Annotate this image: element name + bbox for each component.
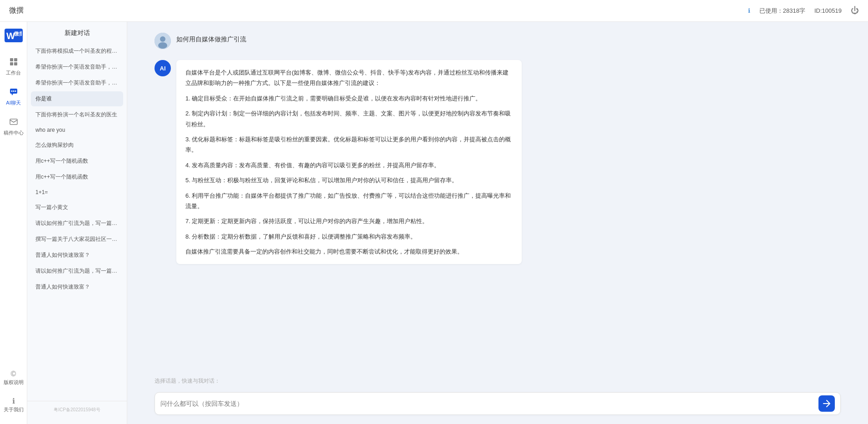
power-button[interactable]: ⏻ xyxy=(851,6,859,15)
about-icon: ℹ xyxy=(12,397,15,405)
sidebar-item-about[interactable]: ℹ 关于我们 xyxy=(0,393,27,417)
history-item[interactable]: 请以如何推广引流为题，写一篇大纲 xyxy=(31,264,123,279)
ai-message-bubble: 自媒体平台是个人或团队通过互联网平台(如博客、微博、微信公众号、抖音、快手等)发… xyxy=(176,60,522,264)
sidebar-item-copyright[interactable]: © 版权说明 xyxy=(0,366,27,389)
svg-rect-4 xyxy=(10,62,13,65)
svg-point-10 xyxy=(15,90,16,92)
ai-paragraph: 1. 确定目标受众：在开始自媒体推广引流之前，需要明确目标受众是谁，以便在发布内… xyxy=(185,93,513,104)
chat-messages: 如何用自媒体做推广引流 AI 自媒体平台是个人或团队通过互联网平台(如博客、微博… xyxy=(127,22,868,374)
chat-area: 如何用自媒体做推广引流 AI 自媒体平台是个人或团队通过互联网平台(如博客、微博… xyxy=(127,22,868,424)
ai-paragraph: 4. 发布高质量内容：发布高质量、有价值、有趣的内容可以吸引更多的粉丝，并提高用… xyxy=(185,160,513,170)
id-label: ID:100519 xyxy=(814,7,842,14)
topbar: 微撰 ℹ 已使用：28318字 ID:100519 ⏻ xyxy=(0,0,868,22)
history-item[interactable]: 1+1= xyxy=(31,185,123,199)
topbar-right: ℹ 已使用：28318字 ID:100519 ⏻ xyxy=(748,6,859,15)
history-item[interactable]: 用c++写一个随机函数 xyxy=(31,170,123,185)
ai-paragraph: 3. 优化标题和标签：标题和标签是吸引粉丝的重要因素。优化标题和标签可以让更多的… xyxy=(185,134,513,155)
svg-point-9 xyxy=(13,90,14,92)
workbench-label: 工作台 xyxy=(6,70,21,76)
history-item[interactable]: 下面你将扮演一个名叫圣友的医生 xyxy=(31,107,123,122)
copyright-icon: © xyxy=(11,370,16,378)
nav-bottom: © 版权说明 ℹ 关于我们 xyxy=(0,366,27,424)
history-item[interactable]: 撰写一篇关于八大家花园社区一刻钟便民生... xyxy=(31,232,123,247)
workbench-icon xyxy=(9,57,18,69)
sidebar-item-workbench[interactable]: 工作台 xyxy=(0,54,27,80)
ai-paragraph: 2. 制定内容计划：制定一份详细的内容计划，包括发布时间、频率、主题、文案、图片… xyxy=(185,108,513,130)
ai-paragraph: 自媒体推广引流需要具备一定的内容创作和社交能力，同时也需要不断尝试和优化，才能取… xyxy=(185,246,513,257)
quick-select-area: 选择话题，快速与我对话： xyxy=(127,374,868,388)
logo-area: W 微撰 xyxy=(2,26,25,45)
svg-rect-3 xyxy=(14,58,17,61)
new-chat-button[interactable]: 新建对话 xyxy=(27,22,127,42)
topbar-title: 微撰 xyxy=(9,6,748,15)
copyright-label: 版权说明 xyxy=(4,379,24,386)
usage-icon: ℹ xyxy=(748,7,750,14)
ai-chat-icon xyxy=(9,87,18,99)
chat-input[interactable] xyxy=(160,393,818,414)
history-item[interactable]: 希望你扮演一个英语发音助手，我提供给你... xyxy=(31,75,123,90)
history-item[interactable]: 请以如何推广引流为题，写一篇大纲 xyxy=(31,216,123,231)
send-button[interactable] xyxy=(818,395,835,412)
history-item[interactable]: 希望你扮演一个英语发音助手，我提供给你... xyxy=(31,60,123,75)
svg-marker-7 xyxy=(11,94,13,95)
sidebar-item-mailbox[interactable]: 稿件中心 xyxy=(0,114,27,140)
quick-select-label: 选择话题，快速与我对话： xyxy=(155,378,220,384)
ai-paragraph: 6. 利用平台推广功能：自媒体平台都提供了推广功能，如广告投放、付费推广等，可以… xyxy=(185,190,513,212)
logo-icon: W 微撰 xyxy=(5,29,23,42)
history-item[interactable]: 下面你将模拟成一个叫圣友的程序员、我说... xyxy=(31,44,123,59)
history-item[interactable]: who are you xyxy=(31,123,123,137)
svg-point-8 xyxy=(11,90,12,92)
svg-rect-11 xyxy=(10,119,17,125)
ai-paragraph: 7. 定期更新：定期更新内容，保持活跃度，可以让用户对你的内容产生兴趣，增加用户… xyxy=(185,216,513,226)
ai-paragraph: 自媒体平台是个人或团队通过互联网平台(如博客、微博、微信公众号、抖音、快手等)发… xyxy=(185,67,513,89)
about-label: 关于我们 xyxy=(4,406,24,413)
history-item[interactable]: 普通人如何快速致富？ xyxy=(31,248,123,263)
input-area xyxy=(127,388,868,424)
history-panel: 新建对话 下面你将模拟成一个叫圣友的程序员、我说...希望你扮演一个英语发音助手… xyxy=(27,22,127,424)
icp-text: 粤ICP备2022015948号 xyxy=(31,405,123,417)
history-item[interactable]: 普通人如何快速致富？ xyxy=(31,279,123,294)
history-item[interactable]: 你是谁 xyxy=(31,91,123,106)
mailbox-icon xyxy=(9,117,18,129)
history-footer: 粤ICP备2022015948号 xyxy=(27,401,127,424)
ai-avatar: AI xyxy=(155,60,171,76)
svg-rect-5 xyxy=(14,62,17,65)
svg-point-14 xyxy=(158,42,167,49)
ai-message: AI 自媒体平台是个人或团队通过互联网平台(如博客、微博、微信公众号、抖音、快手… xyxy=(155,60,841,264)
svg-text:微撰: 微撰 xyxy=(14,31,22,36)
nav-items: 工作台 AI聊天 xyxy=(0,54,27,140)
ai-chat-label: AI聊天 xyxy=(6,100,20,106)
main-layout: W 微撰 工作台 xyxy=(0,22,868,424)
svg-point-13 xyxy=(160,36,165,42)
history-item[interactable]: 用c++写一个随机函数 xyxy=(31,154,123,169)
user-message: 如何用自媒体做推广引流 xyxy=(155,33,841,49)
usage-label: 已使用：28318字 xyxy=(759,7,805,15)
mailbox-label: 稿件中心 xyxy=(4,130,24,136)
sidebar-item-ai-chat[interactable]: AI聊天 xyxy=(0,84,27,110)
ai-paragraph: 8. 分析数据：定期分析数据，了解用户反馈和喜好，以便调整推广策略和内容发布频率… xyxy=(185,231,513,242)
left-sidebar: W 微撰 工作台 xyxy=(0,22,27,424)
user-avatar xyxy=(155,33,171,49)
history-list: 下面你将模拟成一个叫圣友的程序员、我说...希望你扮演一个英语发音助手，我提供给… xyxy=(27,42,127,401)
input-box xyxy=(155,392,841,415)
user-message-text: 如何用自媒体做推广引流 xyxy=(176,33,246,44)
svg-rect-2 xyxy=(10,58,13,61)
ai-paragraph: 5. 与粉丝互动：积极与粉丝互动，回复评论和私信，可以增加用户对你的认可和信任，… xyxy=(185,175,513,185)
history-item[interactable]: 怎么做狗屎炒肉 xyxy=(31,138,123,153)
history-item[interactable]: 写一篇小黄文 xyxy=(31,200,123,215)
